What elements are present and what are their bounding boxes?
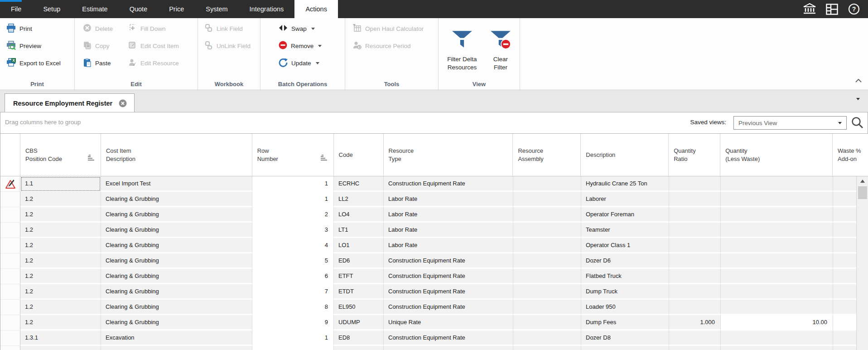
cell-waste_pct[interactable] — [833, 300, 857, 315]
menu-tab-actions[interactable]: Actions — [294, 0, 338, 18]
cell-quantity_ratio[interactable] — [669, 207, 721, 223]
vertical-scrollbar[interactable] — [856, 176, 868, 350]
cell-quantity_less_waste[interactable] — [721, 331, 833, 346]
row-marker-cell[interactable] — [0, 300, 20, 315]
cell-row_number[interactable]: 3 — [252, 223, 334, 238]
paste-button[interactable]: Paste — [83, 56, 111, 70]
cell-quantity_ratio[interactable] — [669, 238, 721, 253]
cell-cbs[interactable]: 1.1 — [20, 176, 101, 192]
cell-cbs[interactable]: 1.2 — [20, 223, 101, 238]
cell-description[interactable]: Laborer — [581, 192, 669, 207]
cell-description[interactable]: Loader 950 — [581, 300, 669, 315]
cell-quantity_less_waste[interactable] — [721, 269, 833, 284]
remove-button[interactable]: Remove — [279, 39, 322, 53]
cell-code[interactable]: UDUMP — [334, 315, 384, 331]
cell-cbs[interactable]: 1.2 — [20, 253, 101, 269]
cell-row_number[interactable]: 8 — [252, 300, 334, 315]
row-marker-cell[interactable] — [0, 269, 20, 284]
cell-description[interactable]: Operator Foreman — [581, 207, 669, 223]
help-icon[interactable]: ? — [848, 3, 860, 15]
workbook-grid-icon[interactable] — [826, 4, 838, 15]
row-marker-cell[interactable] — [0, 192, 20, 207]
cell-quantity_ratio[interactable] — [669, 331, 721, 346]
cell-row_number[interactable]: 5 — [252, 253, 334, 269]
cell-waste_pct[interactable] — [833, 269, 857, 284]
cell-waste_pct[interactable] — [833, 331, 857, 346]
cell-quantity_ratio[interactable] — [669, 192, 721, 207]
cell-quantity_ratio[interactable] — [669, 223, 721, 238]
open-haul-calculator-button[interactable]: Open Haul Calculator — [352, 22, 424, 35]
cell-code[interactable]: ETDT — [334, 284, 384, 300]
cell-row_number[interactable]: 4 — [252, 238, 334, 253]
row-marker-cell[interactable] — [0, 315, 20, 331]
menu-tab-file[interactable]: File — [0, 0, 32, 18]
cell-cbs[interactable]: 1.3.1 — [20, 331, 101, 346]
cell-resource_assembly[interactable] — [513, 300, 581, 315]
cell-description[interactable]: Dozer D8 — [581, 331, 669, 346]
cell-resource_type[interactable]: Labor Rate — [384, 207, 513, 223]
cell-resource_assembly[interactable] — [513, 284, 581, 300]
cell-row_number[interactable]: 7 — [252, 284, 334, 300]
cell-description[interactable]: Teamster — [581, 223, 669, 238]
cell-resource_assembly[interactable] — [513, 176, 581, 192]
cell-code[interactable]: ECRHC — [334, 176, 384, 192]
row-marker-cell[interactable] — [0, 253, 20, 269]
cell-cost_item[interactable]: Clearing & Grubbing — [101, 192, 252, 207]
search-icon[interactable] — [850, 116, 864, 131]
header-code[interactable]: Code — [334, 134, 384, 176]
cell-resource_type[interactable]: Labor Rate — [384, 192, 513, 207]
cell-cbs[interactable]: 1.2 — [20, 238, 101, 253]
cell-description[interactable]: Dump Fees — [581, 315, 669, 331]
cell-cbs[interactable]: 1.2 — [20, 269, 101, 284]
close-tab-icon[interactable] — [119, 99, 127, 107]
cell-cost_item[interactable]: Excel Import Test — [101, 176, 252, 192]
cell-resource_assembly[interactable] — [513, 269, 581, 284]
cell-waste_pct[interactable] — [833, 284, 857, 300]
cell-cbs[interactable]: 1.2 — [20, 207, 101, 223]
cell-code[interactable]: LO1 — [334, 238, 384, 253]
cell-cost_item[interactable]: Clearing & Grubbing — [101, 300, 252, 315]
cell-cost_item[interactable]: Clearing & Grubbing — [101, 207, 252, 223]
cell-resource_assembly[interactable] — [513, 238, 581, 253]
cell-description[interactable]: Hydraulic Crane 25 Ton — [581, 176, 669, 192]
cell-cost_item[interactable]: Clearing & Grubbing — [101, 253, 252, 269]
cell-resource_type[interactable]: Construction Equipment Rate — [384, 176, 513, 192]
link-field-button[interactable]: Link Field — [204, 22, 243, 35]
row-marker-cell[interactable] — [0, 238, 20, 253]
header-quantity-ratio[interactable]: Quantity Ratio — [669, 134, 720, 176]
cell-code[interactable]: ED8 — [334, 331, 384, 346]
cell-description[interactable]: Dozer D6 — [581, 253, 669, 269]
cell-code[interactable]: ED6 — [334, 253, 384, 269]
edit-cost-item-button[interactable]: Edit Cost Item — [128, 39, 179, 53]
cell-code[interactable]: EL950 — [334, 300, 384, 315]
scrollbar-thumb[interactable] — [858, 186, 867, 199]
cell-waste_pct[interactable] — [833, 223, 857, 238]
cell-code[interactable]: LT1 — [334, 223, 384, 238]
cell-quantity_ratio[interactable] — [669, 253, 721, 269]
cell-cost_item[interactable]: Clearing & Grubbing — [101, 315, 252, 331]
cell-quantity_less_waste[interactable]: 10.00 — [721, 315, 833, 331]
cell-cost_item[interactable]: Excavation — [101, 331, 252, 346]
row-marker-cell[interactable] — [0, 223, 20, 238]
cell-waste_pct[interactable] — [833, 315, 857, 331]
document-tab-resource-employment-register[interactable]: Resource Employment Register — [5, 93, 135, 112]
cell-resource_assembly[interactable] — [513, 253, 581, 269]
preview-button[interactable]: Preview — [6, 39, 41, 53]
resource-period-button[interactable]: Resource Period — [352, 39, 411, 53]
tab-list-dropdown-caret[interactable] — [855, 100, 860, 108]
cell-resource_assembly[interactable] — [513, 315, 581, 331]
cell-resource_type[interactable]: Construction Equipment Rate — [384, 300, 513, 315]
cell-row_number[interactable]: 2 — [252, 207, 334, 223]
cell-code[interactable]: ETFT — [334, 269, 384, 284]
cell-resource_type[interactable]: Labor Rate — [384, 238, 513, 253]
cell-resource_type[interactable]: Unique Rate — [384, 315, 513, 331]
header-description[interactable]: Description — [581, 134, 669, 176]
cell-quantity_less_waste[interactable] — [721, 238, 833, 253]
cell-cbs[interactable]: 1.2 — [20, 315, 101, 331]
cell-cost_item[interactable]: Clearing & Grubbing — [101, 238, 252, 253]
bank-icon[interactable] — [803, 3, 816, 15]
saved-views-dropdown[interactable]: Previous View — [733, 116, 847, 130]
cell-quantity_less_waste[interactable] — [721, 300, 833, 315]
row-marker-cell[interactable] — [0, 176, 20, 192]
cell-cost_item[interactable]: Clearing & Grubbing — [101, 284, 252, 300]
